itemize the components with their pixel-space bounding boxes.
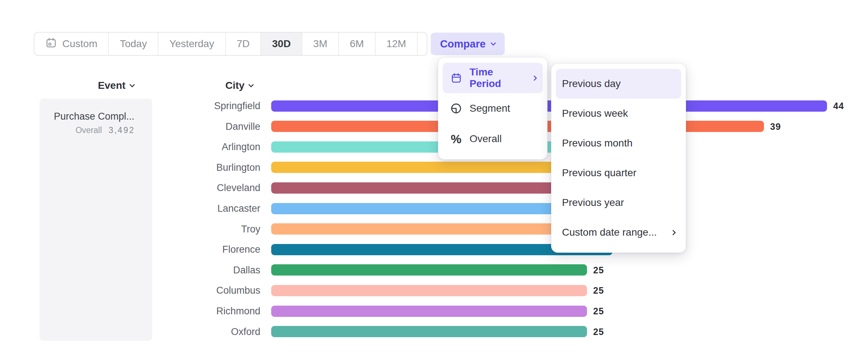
bar[interactable] bbox=[271, 100, 827, 112]
date-range-label: Today bbox=[120, 38, 147, 50]
bar[interactable] bbox=[271, 326, 587, 337]
time-period-option[interactable]: Previous quarter bbox=[556, 158, 681, 188]
compare-label: Compare bbox=[440, 38, 486, 50]
city-label: Arlington bbox=[138, 141, 260, 153]
chevron-down-icon bbox=[129, 82, 135, 87]
chevron-down-icon bbox=[248, 82, 254, 87]
date-range-label: Yesterday bbox=[169, 38, 214, 50]
menu-item-label: Segment bbox=[470, 103, 510, 114]
chevron-down-icon bbox=[491, 40, 496, 46]
date-range-button[interactable]: 3M bbox=[302, 33, 339, 55]
menu-item-label: Overall bbox=[470, 133, 502, 145]
time-period-option[interactable]: Previous day bbox=[556, 69, 681, 99]
event-card[interactable] bbox=[40, 99, 152, 341]
menu-item-label: Previous day bbox=[562, 78, 621, 90]
city-label: Columbus bbox=[138, 284, 260, 297]
city-column-header[interactable]: City bbox=[203, 78, 276, 93]
time-period-option[interactable]: Previous week bbox=[556, 99, 681, 128]
date-range-button[interactable]: 7D bbox=[226, 33, 261, 55]
city-label: Oxford bbox=[138, 326, 260, 338]
chevron-right-icon bbox=[670, 229, 676, 235]
bar[interactable] bbox=[271, 264, 587, 276]
date-range-button[interactable]: XTD bbox=[418, 33, 427, 55]
city-label: Lancaster bbox=[138, 202, 260, 215]
date-range-label: 3M bbox=[313, 38, 327, 50]
city-label: Cleveland bbox=[138, 182, 260, 194]
date-range-label: 12M bbox=[387, 38, 406, 50]
compare-menu-item[interactable]: % Overall bbox=[443, 124, 543, 154]
menu-item-icon bbox=[449, 102, 463, 115]
bar[interactable] bbox=[271, 285, 587, 296]
compare-menu-item[interactable]: Time Period bbox=[443, 63, 543, 93]
menu-item-icon bbox=[449, 73, 463, 84]
menu-item-icon: % bbox=[449, 133, 463, 145]
compare-menu-item[interactable]: Segment bbox=[443, 93, 543, 124]
compare-menu: Time Period Segment % Overall bbox=[438, 57, 547, 160]
bar[interactable] bbox=[271, 306, 587, 317]
date-range-label: Custom bbox=[62, 38, 97, 50]
date-range-button[interactable]: 6M bbox=[339, 33, 376, 55]
city-column-header-label: City bbox=[226, 80, 245, 91]
bar-value: 39 bbox=[770, 121, 781, 132]
event-column-header[interactable]: Event bbox=[80, 78, 152, 93]
city-label: Dallas bbox=[138, 264, 260, 276]
bar-value: 25 bbox=[593, 305, 604, 317]
date-range-button[interactable]: 12M bbox=[376, 33, 418, 55]
date-range-button[interactable]: Today bbox=[109, 33, 158, 55]
menu-item-label: Previous year bbox=[562, 197, 624, 208]
date-range-button[interactable]: 30D bbox=[261, 33, 302, 55]
city-label: Danville bbox=[138, 120, 260, 133]
date-range-label: 30D bbox=[272, 38, 290, 50]
calendar-icon bbox=[45, 37, 57, 51]
menu-item-label: Previous month bbox=[562, 137, 633, 149]
city-label: Florence bbox=[138, 243, 260, 256]
menu-item-label: Previous quarter bbox=[562, 167, 636, 179]
city-label: Richmond bbox=[138, 305, 260, 317]
time-period-option[interactable]: Custom date range... bbox=[556, 218, 681, 247]
city-label: Troy bbox=[138, 223, 260, 235]
date-range-label: 6M bbox=[350, 38, 364, 50]
city-label: Burlington bbox=[138, 161, 260, 174]
compare-button[interactable]: Compare bbox=[431, 33, 505, 55]
event-column-header-label: Event bbox=[98, 80, 125, 91]
time-period-option[interactable]: Previous year bbox=[556, 188, 681, 218]
bar-value: 25 bbox=[593, 264, 604, 276]
city-label: Springfield bbox=[138, 100, 260, 112]
date-range-label: 7D bbox=[237, 38, 250, 50]
bar-value: 25 bbox=[593, 326, 604, 338]
chevron-right-icon bbox=[532, 75, 537, 81]
menu-item-label: Custom date range... bbox=[562, 227, 657, 238]
date-range-toolbar: Custom Today Yesterday 7D 30D 3M 6M 12M … bbox=[34, 32, 427, 56]
time-period-submenu: Previous day Previous week Previous mont… bbox=[551, 63, 686, 253]
bar-value: 25 bbox=[593, 285, 604, 296]
time-period-option[interactable]: Previous month bbox=[556, 128, 681, 158]
date-range-button[interactable]: Yesterday bbox=[158, 33, 226, 55]
bar-value: 44 bbox=[833, 100, 844, 112]
date-range-button[interactable]: Custom bbox=[34, 33, 109, 55]
menu-item-label: Time Period bbox=[470, 66, 526, 90]
menu-item-label: Previous week bbox=[562, 108, 628, 119]
